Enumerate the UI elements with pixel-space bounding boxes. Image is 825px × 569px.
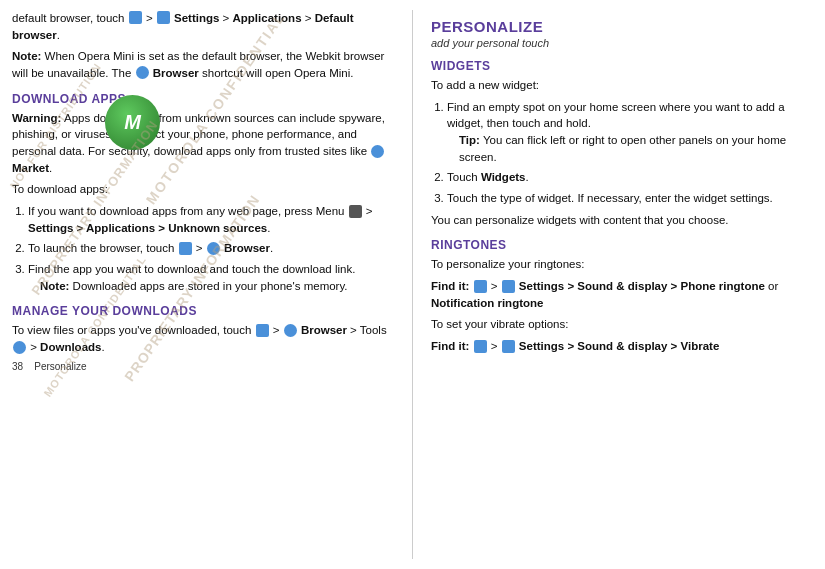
tip-paragraph: Tip: You can flick left or right to open… bbox=[459, 132, 813, 165]
tip-text: You can flick left or right to open othe… bbox=[459, 134, 786, 163]
findit2-text: Settings > Sound & display > Vibrate bbox=[519, 340, 719, 352]
findit2-icon bbox=[474, 340, 487, 353]
ringtones-heading: RINGTONES bbox=[431, 238, 813, 252]
page-number: 38 Personalize bbox=[12, 361, 394, 372]
motorola-logo-text: M bbox=[124, 111, 141, 134]
widgets-intro: To add a new widget: bbox=[431, 77, 813, 94]
note2-text: Downloaded apps are stored in your phone… bbox=[73, 280, 348, 292]
note-paragraph: Note: When Opera Mini is set as the defa… bbox=[12, 48, 394, 81]
left-column: default browser, touch > Settings > Appl… bbox=[12, 10, 413, 559]
download-step-1: If you want to download apps from any we… bbox=[28, 203, 394, 236]
findit-label: Find it: bbox=[431, 280, 469, 292]
download-intro: To download apps: bbox=[12, 181, 394, 198]
settings-icon-2 bbox=[502, 280, 515, 293]
note-downloaded: Note: Downloaded apps are stored in your… bbox=[40, 278, 394, 295]
widgets-label: Widgets bbox=[481, 171, 526, 183]
manage-paragraph: To view files or apps you've downloaded,… bbox=[12, 322, 394, 355]
widgets-steps-list: Find an empty spot on your home screen w… bbox=[447, 99, 813, 207]
widgets-end: You can personalize widgets with content… bbox=[431, 212, 813, 229]
note2-label: Note: bbox=[40, 280, 69, 292]
findit-icon bbox=[474, 280, 487, 293]
widgets-heading: WIDGETS bbox=[431, 59, 813, 73]
browser-icon bbox=[136, 66, 149, 79]
market-label: Market bbox=[12, 162, 49, 174]
find-it-vibrate: Find it: > Settings > Sound & display > … bbox=[431, 338, 813, 355]
widgets-step-2: Touch Widgets. bbox=[447, 169, 813, 186]
vibrate-intro: To set your vibrate options: bbox=[431, 316, 813, 333]
download-steps-list: If you want to download apps from any we… bbox=[28, 203, 394, 294]
widgets-step-1: Find an empty spot on your home screen w… bbox=[447, 99, 813, 166]
menu-icon bbox=[349, 205, 362, 218]
findit2-label: Find it: bbox=[431, 340, 469, 352]
note-text2: shortcut will open Opera Mini. bbox=[202, 67, 353, 79]
browser-icon-2 bbox=[207, 242, 220, 255]
intro-paragraph: default browser, touch > Settings > Appl… bbox=[12, 10, 394, 43]
notification-label: Notification ringtone bbox=[431, 297, 543, 309]
settings-icon bbox=[157, 11, 170, 24]
findit-or: or bbox=[768, 280, 778, 292]
market-icon bbox=[371, 145, 384, 158]
personalize-subheading: add your personal touch bbox=[431, 37, 813, 49]
widgets-step-3: Touch the type of widget. If necessary, … bbox=[447, 190, 813, 207]
personalize-heading: PERSONALIZE bbox=[431, 18, 813, 35]
browser-label: Browser bbox=[153, 67, 199, 79]
warning-paragraph: Warning: Apps downloaded from unknown so… bbox=[12, 110, 394, 177]
right-column: PERSONALIZE add your personal touch WIDG… bbox=[413, 10, 813, 559]
note-label: Note: bbox=[12, 50, 41, 62]
download-apps-heading: DOWNLOAD APPS bbox=[12, 92, 394, 106]
home-icon bbox=[129, 11, 142, 24]
findit-text: Settings > Sound & display > Phone ringt… bbox=[519, 280, 765, 292]
warning-label: Warning: bbox=[12, 112, 61, 124]
manage-downloads-heading: MANAGE YOUR DOWNLOADS bbox=[12, 304, 394, 318]
tip-label: Tip: bbox=[459, 134, 480, 146]
browser-icon-3 bbox=[284, 324, 297, 337]
download-step-3: Find the app you want to download and to… bbox=[28, 261, 394, 294]
find-it-ringtone: Find it: > Settings > Sound & display > … bbox=[431, 278, 813, 311]
ringtones-intro: To personalize your ringtones: bbox=[431, 256, 813, 273]
warning-text: Apps downloaded from unknown sources can… bbox=[12, 112, 385, 157]
tools-icon bbox=[13, 341, 26, 354]
settings-icon-3 bbox=[502, 340, 515, 353]
motorola-logo: M bbox=[105, 95, 160, 150]
download-step-2: To launch the browser, touch > Browser. bbox=[28, 240, 394, 257]
touch-icon-3 bbox=[256, 324, 269, 337]
touch-icon-2 bbox=[179, 242, 192, 255]
